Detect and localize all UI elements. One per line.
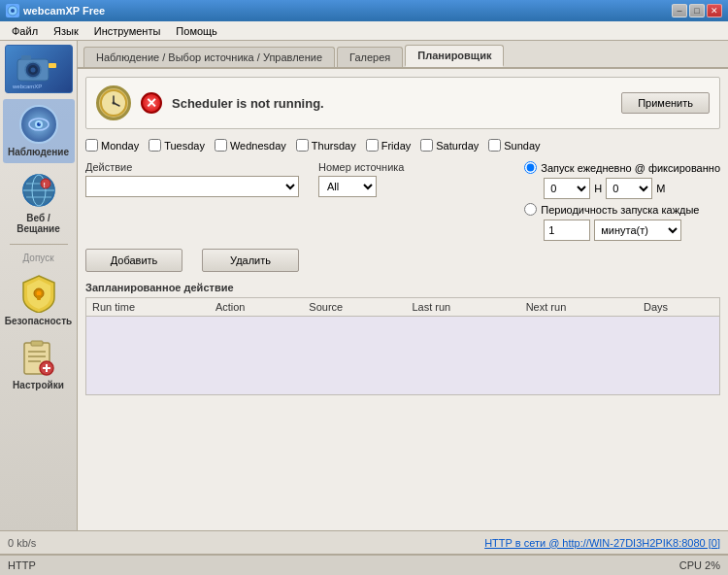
svg-rect-25 bbox=[31, 341, 43, 346]
day-thursday[interactable]: Thursday bbox=[296, 139, 356, 152]
tab-observation[interactable]: Наблюдение / Выбор источника / Управлени… bbox=[83, 47, 335, 67]
menu-bar: Файл Язык Инструменты Помощь bbox=[0, 21, 728, 41]
sidebar-label-settings: Настройки bbox=[13, 380, 64, 390]
source-label: Номер источника bbox=[318, 161, 404, 173]
checkbox-thursday[interactable] bbox=[296, 139, 309, 152]
content-area: Наблюдение / Выбор источника / Управлени… bbox=[78, 41, 728, 530]
minute-label: М bbox=[656, 183, 665, 194]
radio-fixed-item: Запуск ежедневно @ фиксированно bbox=[524, 161, 720, 174]
interval-row: минута(т) час(а) день(дней) bbox=[544, 220, 720, 241]
sidebar-item-observation[interactable]: Наблюдение bbox=[3, 99, 75, 163]
hour-select[interactable]: 0 1 2 bbox=[544, 178, 590, 199]
scheduler-clock-icon bbox=[96, 85, 131, 120]
svg-point-19 bbox=[41, 179, 50, 188]
apply-button[interactable]: Применить bbox=[621, 92, 710, 114]
sidebar-item-settings[interactable]: Настройки bbox=[3, 334, 75, 396]
menu-help[interactable]: Помощь bbox=[168, 23, 225, 39]
main-layout: webcamXP Наблюдение bbox=[0, 41, 728, 530]
svg-rect-7 bbox=[21, 55, 31, 60]
hour-label: Н bbox=[594, 183, 602, 194]
table-empty-cell bbox=[86, 317, 719, 394]
app-icon bbox=[6, 4, 19, 17]
sidebar-divider-1 bbox=[10, 244, 68, 245]
col-action: Action bbox=[210, 298, 303, 317]
svg-point-35 bbox=[113, 102, 116, 105]
web-icon: ! bbox=[19, 171, 58, 210]
day-sunday[interactable]: Sunday bbox=[488, 139, 540, 152]
col-source: Source bbox=[303, 298, 406, 317]
minute-select[interactable]: 0 15 30 45 bbox=[606, 178, 652, 199]
sidebar-logo: webcamXP bbox=[5, 45, 73, 93]
menu-tools[interactable]: Инструменты bbox=[86, 23, 169, 39]
sidebar-label-observation: Наблюдение bbox=[8, 147, 69, 157]
observation-icon bbox=[19, 105, 58, 144]
checkbox-wednesday[interactable] bbox=[215, 139, 227, 152]
interval-input[interactable] bbox=[544, 220, 590, 241]
day-friday[interactable]: Friday bbox=[366, 139, 412, 152]
menu-file[interactable]: Файл bbox=[4, 23, 46, 39]
title-bar-left: webcamXP Free bbox=[6, 4, 105, 17]
scheduler-status-left: ✕ Scheduler is not running. bbox=[96, 85, 324, 120]
tab-gallery[interactable]: Галерея bbox=[337, 47, 403, 67]
scheduled-section-title: Запланированное действие bbox=[85, 282, 720, 293]
speed-indicator: 0 kb/s bbox=[8, 537, 36, 549]
day-saturday[interactable]: Saturday bbox=[420, 139, 479, 152]
table-empty-row bbox=[86, 317, 719, 394]
sidebar-item-security[interactable]: Безопасность bbox=[3, 268, 75, 332]
sidebar-label-web: Веб / Вещание bbox=[5, 213, 73, 234]
sidebar-label-dopusk: Допуск bbox=[22, 253, 53, 263]
menu-language[interactable]: Язык bbox=[46, 23, 86, 39]
checkbox-tuesday[interactable] bbox=[149, 139, 161, 152]
sidebar-item-web[interactable]: ! Веб / Вещание bbox=[3, 165, 75, 240]
day-tuesday[interactable]: Tuesday bbox=[149, 139, 205, 152]
checkbox-sunday[interactable] bbox=[488, 139, 501, 152]
window-controls: – □ ✕ bbox=[672, 4, 722, 17]
radio-fixed-label[interactable]: Запуск ежедневно @ фиксированно bbox=[541, 162, 720, 174]
maximize-button[interactable]: □ bbox=[689, 4, 705, 17]
svg-rect-23 bbox=[37, 295, 41, 300]
day-wednesday[interactable]: Wednesday bbox=[215, 139, 286, 152]
error-icon: ✕ bbox=[141, 92, 162, 114]
cpu-label: CPU 2% bbox=[679, 559, 720, 571]
scheduled-section: Запланированное действие Run time Action… bbox=[85, 282, 720, 395]
close-button[interactable]: ✕ bbox=[707, 4, 722, 17]
security-icon bbox=[20, 274, 57, 313]
status-bar: 0 kb/s HTTP в сети @ http://WIN-27DI3H2P… bbox=[0, 530, 728, 554]
source-form-group: Номер источника All bbox=[318, 161, 404, 197]
tab-scheduler[interactable]: Планировщик bbox=[405, 45, 504, 67]
minimize-button[interactable]: – bbox=[672, 4, 687, 17]
buttons-row: Добавить Удалить bbox=[85, 249, 720, 272]
table-header-row: Run time Action Source Last run Next run… bbox=[86, 298, 719, 317]
http-link[interactable]: HTTP в сети @ http://WIN-27DI3H2PIK8:808… bbox=[484, 537, 720, 549]
bottom-bar: HTTP CPU 2% bbox=[0, 554, 728, 575]
radio-interval-label[interactable]: Периодичность запуска каждые bbox=[541, 204, 699, 216]
day-monday[interactable]: Monday bbox=[85, 139, 139, 152]
action-row: Действие Номер источника All Запуск еже bbox=[85, 161, 720, 241]
svg-point-1 bbox=[11, 9, 15, 13]
tab-content-scheduler: ✕ Scheduler is not running. Применить Mo… bbox=[78, 69, 728, 530]
sidebar: webcamXP Наблюдение bbox=[0, 41, 78, 530]
radio-interval[interactable] bbox=[524, 203, 537, 216]
protocol-label: HTTP bbox=[8, 559, 36, 571]
source-select[interactable]: All bbox=[318, 176, 377, 197]
col-lastrun: Last run bbox=[406, 298, 519, 317]
delete-button[interactable]: Удалить bbox=[202, 249, 299, 272]
svg-text:webcamXP: webcamXP bbox=[12, 84, 42, 89]
checkbox-monday[interactable] bbox=[85, 139, 98, 152]
action-form-group: Действие bbox=[85, 161, 299, 197]
checkbox-saturday[interactable] bbox=[420, 139, 433, 152]
sidebar-label-security: Безопасность bbox=[5, 316, 72, 326]
scheduled-table: Run time Action Source Last run Next run… bbox=[86, 298, 719, 394]
action-label: Действие bbox=[85, 161, 299, 173]
col-runtime: Run time bbox=[86, 298, 210, 317]
scheduler-status-text: Scheduler is not running. bbox=[172, 96, 324, 111]
col-nextrun: Next run bbox=[520, 298, 638, 317]
checkbox-friday[interactable] bbox=[366, 139, 379, 152]
action-select[interactable] bbox=[85, 176, 299, 197]
fixed-time-row: 0 1 2 Н 0 15 30 45 М bbox=[544, 178, 720, 199]
days-row: Monday Tuesday Wednesday Thursday Friday bbox=[85, 139, 720, 152]
radio-fixed[interactable] bbox=[524, 161, 537, 174]
add-button[interactable]: Добавить bbox=[85, 249, 182, 272]
schedule-radio-group: Запуск ежедневно @ фиксированно 0 1 2 Н … bbox=[524, 161, 720, 241]
interval-unit-select[interactable]: минута(т) час(а) день(дней) bbox=[594, 220, 681, 241]
